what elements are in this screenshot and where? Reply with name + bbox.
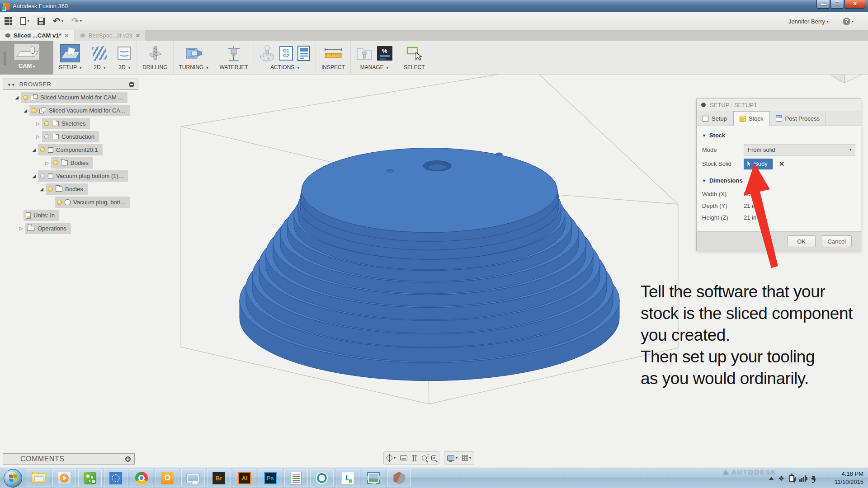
tab-close-icon[interactable]: ✕ [64, 33, 69, 39]
tree-item-vacuum-plug-body[interactable]: Vacuum plug, bott... [3, 197, 138, 208]
taskbar-outlook[interactable]: O [156, 469, 179, 487]
taskbar-adobe-illustrator[interactable]: Ai [233, 469, 256, 487]
body-selection-chip[interactable]: Body [744, 159, 773, 169]
network-signal-icon[interactable] [799, 475, 806, 482]
battery-icon[interactable] [789, 475, 794, 482]
close-button[interactable]: ✕ [844, 0, 865, 9]
visibility-bulb-off-icon[interactable] [40, 174, 45, 178]
expanded-icon[interactable]: ◢ [30, 147, 38, 152]
tab-close-icon[interactable]: ✕ [136, 33, 140, 39]
ribbon-button-actions[interactable]: G1G2 ACTIONS ▾ [254, 41, 316, 75]
tree-item-bodies2[interactable]: ◢ Bodies [3, 183, 138, 195]
stock-model[interactable] [240, 148, 619, 381]
taskbar-adobe-photoshop[interactable]: Ps [259, 469, 282, 487]
ribbon-button-waterjet[interactable]: WATERJET [214, 41, 254, 75]
tree-item-sketches[interactable]: ▷ Sketches [3, 118, 138, 129]
ribbon-button-select[interactable]: SELECT [398, 41, 430, 75]
zoom-button[interactable] [422, 455, 427, 460]
visibility-bulb-off-icon[interactable] [44, 134, 49, 139]
ribbon-button-drilling[interactable]: DRILLING [137, 41, 173, 75]
stock-section-header[interactable]: ▼ Stock [702, 132, 855, 139]
tree-item-units[interactable]: Units: in [3, 210, 138, 221]
ribbon-button-3d[interactable]: 3D ▾ [112, 41, 137, 75]
restore-button[interactable]: ❐ [830, 0, 844, 9]
taskbar-document-app[interactable] [284, 469, 308, 487]
expanded-icon[interactable]: ◢ [38, 187, 46, 192]
fit-button[interactable] [431, 455, 436, 460]
taskbar-chrome[interactable] [130, 469, 153, 487]
redo-button[interactable]: ↷▾ [71, 18, 82, 25]
save-button[interactable] [38, 18, 45, 25]
cancel-button[interactable]: Cancel [822, 235, 852, 247]
tree-item-component[interactable]: ◢ Sliced Vacuum Mold for CA... [3, 105, 138, 116]
mode-dropdown[interactable]: From solid ▾ [744, 144, 855, 156]
expanded-icon[interactable]: ◢ [21, 108, 29, 113]
dropbox-icon[interactable]: ❖ [778, 475, 784, 482]
browser-header[interactable]: ◄◄ BROWSER [3, 79, 138, 90]
grid-layout-button[interactable]: ▾ [462, 455, 471, 461]
taskbar-fusion-360[interactable] [387, 469, 411, 487]
tree-item-root[interactable]: ◢ Sliced Vacuum Mold for CAM ... [3, 92, 138, 103]
expanded-icon[interactable]: ◢ [30, 174, 38, 178]
undo-button[interactable]: ↶▾ [53, 18, 63, 25]
width-value[interactable]: 8.5 in [744, 191, 758, 197]
tab-stock[interactable]: Stock [733, 111, 770, 126]
taskbar-display-settings[interactable] [181, 469, 205, 487]
taskbar-clock[interactable]: 4:18 PM 11/10/2015 [835, 470, 863, 486]
collapsed-icon[interactable]: ▷ [34, 121, 42, 126]
collapsed-icon[interactable]: ▷ [34, 134, 42, 139]
taskbar-media-player[interactable] [52, 469, 76, 487]
add-comment-icon[interactable] [125, 456, 131, 462]
show-hidden-icons[interactable] [769, 477, 774, 480]
display-settings-button[interactable]: ▾ [447, 455, 458, 461]
dimensions-section-header[interactable]: ▼ Dimensions [702, 177, 855, 184]
visibility-bulb-icon[interactable] [32, 108, 37, 113]
document-tab-inactive[interactable]: BeeSpac...ilt v23 ✕ [75, 30, 146, 41]
visibility-bulb-icon[interactable] [23, 95, 28, 100]
start-button[interactable] [4, 469, 22, 488]
tab-setup[interactable]: Setup [697, 111, 733, 126]
taskbar-cisco-anyconnect[interactable] [310, 469, 334, 487]
taskbar-green-app[interactable] [78, 469, 102, 487]
collapsed-icon[interactable]: ▷ [17, 226, 25, 231]
ok-button[interactable]: OK [788, 235, 816, 247]
taskbar-image-viewer[interactable] [362, 469, 385, 487]
orbit-button[interactable]: ▾ [387, 455, 396, 461]
visibility-bulb-icon[interactable] [40, 147, 45, 152]
ribbon-button-manage[interactable]: % MANAGE ▾ [351, 41, 398, 75]
panel-drag-handle[interactable] [4, 52, 6, 65]
comments-header[interactable]: COMMENTS [3, 453, 135, 465]
ribbon-button-inspect[interactable]: INSPECT [316, 41, 351, 75]
dialog-header[interactable]: SETUP : SETUP1 [697, 99, 861, 111]
ribbon-button-setup[interactable]: SETUP ▾ [53, 41, 87, 75]
document-tab-active[interactable]: Sliced ...CAM v1* ✕ [0, 30, 75, 41]
taskbar-file-explorer[interactable] [27, 469, 50, 487]
volume-icon[interactable] [811, 476, 815, 481]
expanded-icon[interactable]: ◢ [13, 95, 21, 100]
app-grid-button[interactable] [5, 17, 12, 25]
taskbar-lync[interactable]: L [336, 469, 359, 487]
taskbar-dial-app[interactable] [104, 469, 127, 487]
tree-item-bodies[interactable]: ▷ Bodies [3, 157, 138, 169]
workspace-switcher[interactable]: CAM▾ [0, 41, 53, 75]
ribbon-button-2d[interactable]: 2D ▾ [87, 41, 112, 75]
visibility-bulb-icon[interactable] [48, 187, 53, 192]
height-value[interactable]: 21 in [744, 214, 756, 221]
tree-item-construction[interactable]: ▷ Construction [3, 131, 138, 142]
pan-button[interactable] [412, 455, 417, 461]
depth-value[interactable]: 21 in [744, 202, 756, 209]
ribbon-button-turning[interactable]: TURNING ▾ [174, 41, 214, 75]
collapse-icon[interactable]: ◄◄ [7, 82, 15, 87]
minimize-button[interactable]: ▬ [816, 0, 830, 9]
visibility-bulb-icon[interactable] [53, 160, 58, 165]
tree-item-vacuum-plug-bottom[interactable]: ◢ Vacuum plug bottom (1)... [3, 170, 138, 182]
look-at-button[interactable] [400, 455, 407, 460]
tab-post-process[interactable]: G1G2 Post Process [770, 111, 826, 126]
tree-item-operations[interactable]: ▷ Operations [3, 223, 138, 234]
user-menu[interactable]: Jennifer Berry ▾ [788, 18, 828, 25]
visibility-bulb-icon[interactable] [44, 121, 49, 126]
remove-selection-icon[interactable]: ✕ [779, 160, 785, 168]
help-menu[interactable]: ? ▾ [843, 18, 854, 25]
minimize-panel-icon[interactable] [129, 82, 134, 87]
tree-item-component20[interactable]: ◢ Component20:1 [3, 144, 138, 155]
